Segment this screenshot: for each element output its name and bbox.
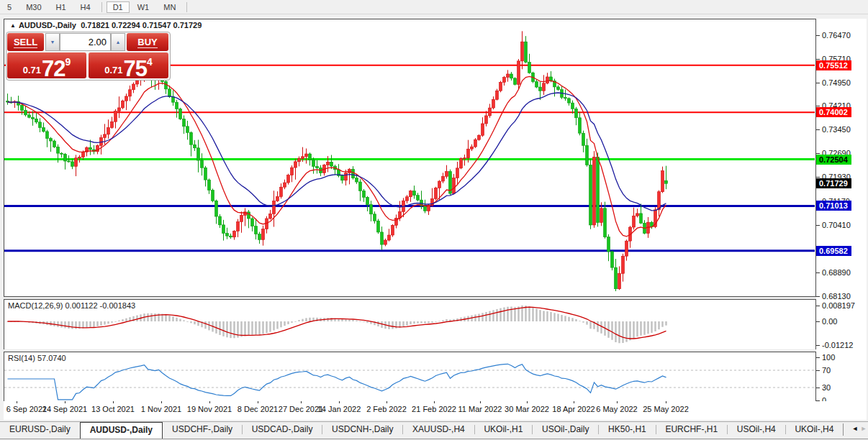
current-price-badge: 0.71729: [816, 178, 851, 188]
chart-tab-xauusd-h4[interactable]: XAUUSD-,H4: [403, 422, 474, 439]
rsi-tick-label: 100: [822, 353, 835, 362]
chart-tab-eurusd-daily[interactable]: EURUSD-,Daily: [0, 422, 80, 439]
chart-tab-audusd-daily[interactable]: AUDUSD-,Daily: [80, 422, 163, 439]
buy-price-button[interactable]: 0.71 75 4: [89, 52, 168, 78]
date-tick: [209, 401, 210, 403]
trading-terminal: 5M30H1H4D1W1MN ▲AUDUSD-,Daily 0.71821 0.…: [0, 0, 868, 440]
chart-symbol-label: AUDUSD-,Daily: [19, 21, 76, 29]
rsi-plot[interactable]: [4, 352, 816, 402]
date-tick: [434, 401, 435, 403]
date-label: 13 Oct 2021: [91, 405, 135, 413]
price-axis: 0.764700.757100.749500.742100.734500.726…: [816, 19, 867, 420]
level-price-badge: 0.69582: [816, 246, 851, 256]
timeframe-toolbar: 5M30H1H4D1W1MN: [0, 0, 868, 14]
level-price-badge: 0.74002: [816, 107, 851, 117]
sell-button[interactable]: SELL: [7, 33, 44, 51]
sell-price-pip: 9: [65, 56, 71, 68]
date-label: 2 Feb 2022: [366, 405, 407, 413]
chart-tab-usdcnh-daily[interactable]: USDCNH-,Daily: [322, 422, 402, 439]
macd-tick-label: 0.008197: [822, 301, 855, 310]
date-tick: [386, 401, 387, 403]
chart-tab-eurchf-h1[interactable]: EURCHF-,H1: [656, 422, 727, 439]
chart-tab-usoil-daily[interactable]: USOil-,Daily: [533, 422, 598, 439]
tab-scroll-left-icon[interactable]: ◄: [851, 422, 859, 439]
chart-tab-ukoil-h1[interactable]: UKOil-,H1: [474, 422, 532, 439]
date-label: 6 May 2022: [596, 405, 637, 413]
chart-tab-usdcad-daily[interactable]: USDCAD-,Daily: [243, 422, 322, 439]
date-label: 18 Apr 2022: [552, 405, 595, 413]
date-label: 11 Mar 2022: [458, 405, 502, 413]
price-tick-label: 0.76470: [822, 31, 851, 40]
tab-scroll-right-icon[interactable]: ►: [859, 422, 868, 439]
date-label: 25 May 2022: [643, 405, 689, 413]
date-tick: [666, 401, 666, 403]
chart-tab-usdchf-daily[interactable]: USDCHF-,Daily: [163, 422, 242, 439]
volume-input[interactable]: [60, 33, 111, 51]
rsi-tick-label: 30: [822, 383, 831, 392]
date-axis: 6 Sep 202124 Sep 202113 Oct 20211 Nov 20…: [4, 401, 867, 420]
date-tick: [301, 401, 302, 403]
timeframe-button-w1[interactable]: W1: [131, 1, 156, 13]
date-label: 21 Feb 2022: [412, 405, 456, 413]
toolbar-separator: [186, 2, 187, 12]
level-price-badge: 0.71013: [816, 201, 851, 211]
level-price-badge: 0.72504: [816, 155, 851, 165]
chart-tab-usoil-h4[interactable]: USOil-,H4: [728, 422, 785, 439]
date-label: 1 Nov 2021: [141, 405, 181, 413]
buy-button[interactable]: BUY: [127, 33, 168, 51]
chart-window: ▲AUDUSD-,Daily 0.71821 0.72294 0.71547 0…: [4, 19, 867, 420]
rsi-tick-label: 70: [822, 366, 831, 375]
toolbar-separator: [101, 2, 102, 12]
macd-tick-label: -0.01212: [822, 341, 853, 349]
date-tick: [480, 401, 481, 403]
timeframe-button-d1[interactable]: D1: [107, 1, 130, 13]
chart-tab-bar: EURUSD-,DailyAUDUSD-,DailyUSDCHF-,DailyU…: [0, 421, 868, 439]
timeframe-button-h1[interactable]: H1: [50, 1, 73, 13]
price-tick-label: 0.74950: [822, 78, 851, 87]
date-tick: [574, 401, 574, 403]
chart-title: ▲AUDUSD-,Daily 0.71821 0.72294 0.71547 0…: [10, 21, 202, 29]
buy-price-base: 0.71: [104, 65, 122, 75]
tab-scroll-separator: [843, 423, 844, 436]
macd-tick-label: 0.00: [822, 317, 837, 326]
date-tick: [258, 401, 258, 403]
timeframe-button-h4[interactable]: H4: [74, 1, 97, 13]
date-tick: [527, 401, 528, 403]
date-tick: [17, 401, 17, 403]
price-tick-label: 0.73450: [822, 125, 851, 134]
volume-decrease-button[interactable]: ▼: [45, 33, 60, 51]
timeframe-button-mn[interactable]: MN: [157, 1, 182, 13]
timeframe-button-m30[interactable]: M30: [19, 1, 48, 13]
chart-tab-ukoil-h4[interactable]: UKOil-,H4: [785, 422, 843, 439]
date-label: 24 Sep 2021: [42, 405, 87, 413]
sell-price-base: 0.71: [23, 65, 41, 75]
date-tick: [65, 401, 65, 403]
sell-price-main: 72: [42, 59, 65, 78]
buy-price-pip: 4: [147, 56, 153, 68]
rsi-label: RSI(14) 57.0740: [8, 354, 66, 362]
date-tick: [339, 401, 340, 403]
date-label: 6 Sep 2021: [6, 405, 47, 413]
price-tick-label: 0.70410: [822, 221, 851, 229]
date-tick: [617, 401, 618, 403]
collapse-triangle-icon[interactable]: ▲: [10, 22, 16, 29]
date-label: 14 Jan 2022: [317, 405, 361, 413]
timeframe-button-5[interactable]: 5: [1, 1, 18, 13]
buy-price-main: 75: [124, 59, 147, 78]
chart-tab-hk50-h1[interactable]: HK50-,H1: [599, 422, 656, 439]
chart-ohlc-values: 0.71821 0.72294 0.71547 0.71729: [81, 21, 202, 29]
date-tick: [113, 401, 114, 403]
price-tick-label: 0.68890: [822, 268, 851, 277]
volume-increase-button[interactable]: ▲: [111, 33, 125, 51]
date-label: 19 Nov 2021: [187, 405, 232, 413]
price-tick-label: 0.68130: [822, 292, 851, 301]
sell-price-button[interactable]: 0.71 72 9: [7, 52, 86, 78]
date-tick: [161, 401, 162, 403]
date-label: 30 Mar 2022: [505, 405, 549, 413]
one-click-trading-panel: SELL ▼ ▲ BUY 0.71 72 9 0.71 75 4: [6, 32, 171, 81]
level-price-badge: 0.75512: [816, 60, 851, 70]
macd-label: MACD(12,26,9) 0.001122 -0.001843: [8, 301, 135, 310]
date-label: 8 Dec 2021: [238, 405, 278, 413]
